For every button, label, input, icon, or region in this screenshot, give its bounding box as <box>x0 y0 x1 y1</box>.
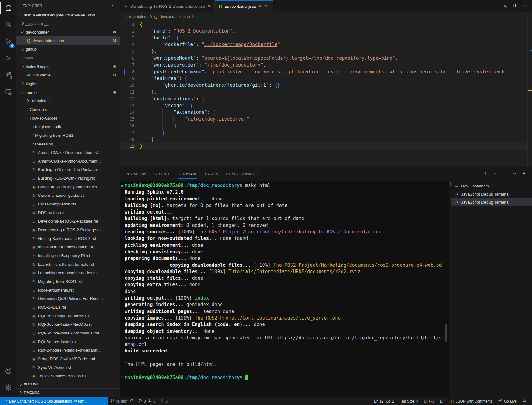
code-line[interactable]: 3 "build": { <box>120 35 528 42</box>
code-line[interactable]: 17 } <box>120 130 528 136</box>
breadcrumb[interactable]: .devcontainer {}devcontainer.json ... <box>120 12 532 21</box>
tree-item[interactable]: Developing-a-ROS-2-Package.rst <box>16 217 120 226</box>
split-editor-icon[interactable] <box>513 3 518 10</box>
editor-tab[interactable]: Contributing-To-ROS-2-Documentation.rst … <box>120 0 215 12</box>
chevron-up-icon[interactable] <box>512 171 517 177</box>
chevron-down-icon[interactable] <box>493 171 498 177</box>
tree-item[interactable]: Installing-on-Raspberry-Pi.rst <box>16 251 120 260</box>
explorer-more-actions-icon[interactable] <box>110 3 115 8</box>
panel-tab-problems[interactable]: PROBLEMS <box>126 167 146 181</box>
tree-item[interactable]: foxglove-studio <box>16 122 120 131</box>
code-line[interactable]: 1 { <box>120 21 528 28</box>
close-icon[interactable] <box>264 4 269 9</box>
command-decoration-icon[interactable] <box>121 185 123 187</box>
tree-item[interactable]: Node-arguments.rst <box>16 286 120 294</box>
code-line[interactable]: 10 "ghcr.io/devcontainers/features/git:1… <box>120 82 528 89</box>
code-line[interactable]: 7 "workspaceFolder": "/tmp/doc_repositor… <box>120 62 528 69</box>
panel-tab-terminal[interactable]: TERMINAL <box>178 167 197 181</box>
problems-status[interactable]: 0 0 <box>136 397 158 405</box>
tree-item[interactable]: RQt-Source-Install.rst <box>16 337 120 346</box>
code-line[interactable]: 4 "dockerfile": "../docker/image/Dockerf… <box>120 41 528 48</box>
code-line[interactable]: 12 "customizations": { <box>120 96 528 103</box>
plus-icon[interactable] <box>483 171 488 177</box>
tree-item[interactable]: source <box>16 88 120 97</box>
tree-item[interactable]: Concepts <box>16 105 120 114</box>
breadcrumb-item[interactable]: devcontainer.json <box>160 15 190 19</box>
language-mode[interactable]: {} JSON with Comments <box>447 397 495 405</box>
tree-item[interactable]: Installation-Troubleshooting.rst <box>16 243 120 251</box>
tree-item[interactable]: How-To-Guides <box>16 114 120 122</box>
section-timeline[interactable]: TIMELINE <box>16 388 120 397</box>
remote-indicator[interactable]: Dev Container: ROS 2 Documentation @ tom… <box>0 397 108 405</box>
tab-size[interactable]: Tab Size: 4 <box>397 397 421 405</box>
tree-item[interactable]: Migrating-from-ROS1 <box>16 131 120 140</box>
code-line[interactable]: 14 "extensions": [ <box>120 109 528 116</box>
tree-item[interactable]: Sync-Vs-Async.rst <box>16 363 120 372</box>
go-live[interactable]: Go Live <box>495 397 520 405</box>
tree-item[interactable]: build <box>16 54 120 62</box>
code-line[interactable]: 16 ] <box>120 123 528 130</box>
overview-ruler[interactable] <box>527 13 532 167</box>
tree-item[interactable]: Documenting-a-ROS-2-Package.rst <box>16 226 120 234</box>
tree-item[interactable]: Ament-CMake-Documentation.rst <box>16 148 120 157</box>
breadcrumb-item[interactable]: ... <box>196 15 199 19</box>
tree-item[interactable]: Core-maintainer-guide.rst <box>16 191 120 200</box>
command-decoration-icon[interactable] <box>121 376 123 379</box>
ellipsis-icon[interactable] <box>502 171 507 177</box>
tree-item[interactable]: DockerfileM <box>16 71 120 80</box>
tree-item[interactable]: Getting-Backtraces-in-ROS-2.rst <box>16 234 120 243</box>
cursor-position[interactable]: Ln 19, Col 2 <box>371 397 397 405</box>
activity-extensions[interactable] <box>0 67 16 84</box>
tree-item[interactable]: Launch-file-different-formats.rst <box>16 260 120 269</box>
open-changes-icon[interactable] <box>503 3 508 10</box>
terminal-scrollbar[interactable] <box>445 324 447 342</box>
terminal-viewport[interactable]: rosindex@02d00eb75a00:/tmp/doc_repositor… <box>120 181 449 397</box>
eol[interactable]: LF <box>437 397 447 405</box>
tree-item[interactable]: Building-a-Custom-Deb-Package.... <box>16 165 120 174</box>
code-line[interactable]: 2 "name": "ROS 2 Documentation", <box>120 28 528 35</box>
more-actions-icon[interactable] <box>522 3 528 10</box>
notifications[interactable] <box>520 397 530 405</box>
panel-tab-debug-console[interactable]: DEBUG CONSOLE <box>226 167 259 181</box>
ports-status[interactable]: 0 <box>158 397 170 405</box>
tree-item[interactable]: _templates <box>16 97 120 105</box>
code-line[interactable]: 11 }, <box>120 89 528 96</box>
tree-item[interactable]: Cross-compilation.rst <box>16 200 120 209</box>
tree-item[interactable]: RQt-Port-Plugin-Windows.rst <box>16 311 120 320</box>
close-icon[interactable] <box>521 171 526 177</box>
activity-scm[interactable]: 4 <box>0 34 16 50</box>
code-line[interactable]: 8 "postCreateCommand": "pip3 install --n… <box>120 69 528 76</box>
activity-remote[interactable] <box>0 84 16 101</box>
activity-explorer[interactable] <box>0 0 16 17</box>
code-line[interactable]: 5 }, <box>120 48 528 55</box>
activity-settings[interactable] <box>0 380 16 397</box>
code-editor[interactable]: 1 { 2 "name": "ROS 2 Documentation", 3 "… <box>120 21 528 167</box>
code-line[interactable]: 13 "vscode": { <box>120 103 528 109</box>
code-line[interactable]: 19 } <box>120 143 528 150</box>
tree-item[interactable]: Launching-composable-nodes.rst <box>16 269 120 277</box>
activity-account[interactable] <box>0 363 16 380</box>
tree-item[interactable]: plugins <box>16 80 120 88</box>
tree-item[interactable]: Setup-ROS-2-with-VSCode-and-... <box>16 355 120 363</box>
editor-tab[interactable]: {} devcontainer.json M <box>215 0 273 12</box>
tree-item[interactable]: Configure-ZeroCopy-loaned-mes... <box>16 182 120 191</box>
code-line[interactable]: 15 "ritwickdey.LiveServer" <box>120 116 528 123</box>
tree-item[interactable]: Topics-Services-Actions.rst <box>16 372 120 380</box>
tree-item[interactable]: DDS-tuning.rst <box>16 208 120 217</box>
activity-debug[interactable] <box>0 50 16 67</box>
tree-item[interactable]: .github <box>16 45 120 54</box>
tree-item[interactable]: {}devcontainer.jsonM <box>16 36 120 45</box>
workspace-section-header[interactable]: DOC_REPOSITORY [DEV CONTAINER: ROS ... <box>16 11 120 19</box>
tree-item[interactable]: Building-ROS-2-with-Tracing.rst <box>16 174 120 183</box>
tree-item[interactable]: Run-2-nodes-in-single-or-separat... <box>16 346 120 355</box>
tree-item[interactable]: Ament-CMake-Python-Document... <box>16 157 120 166</box>
branch-status[interactable]: rolling* <box>108 397 136 405</box>
code-line[interactable]: 9 "features": { <box>120 75 528 82</box>
tree-item[interactable]: ROS-2-IDEs.rst <box>16 303 120 312</box>
tree-item[interactable]: Overriding-QoS-Policies-For-Reco... <box>16 294 120 303</box>
tree-item[interactable]: .devcontainer <box>16 28 120 37</box>
encoding[interactable]: UTF-8 <box>421 397 437 405</box>
tree-item[interactable]: Migrating-from-ROS1.rst <box>16 277 120 286</box>
panel-tab-output[interactable]: OUTPUT <box>154 167 170 181</box>
terminal-list-item[interactable]: Dev Containers <box>451 182 532 190</box>
